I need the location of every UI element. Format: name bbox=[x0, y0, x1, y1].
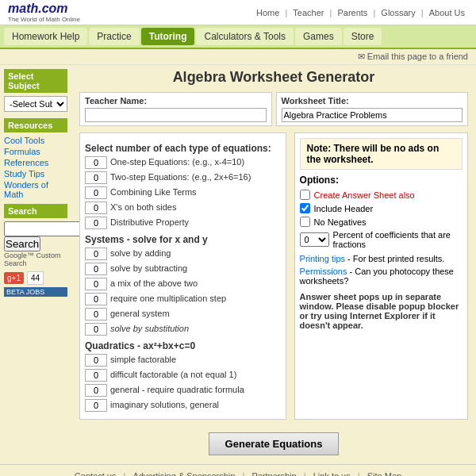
quad-label-1: difficult factorable (a not equal 1) bbox=[110, 369, 236, 380]
eq-row-2: Combining Like Terms bbox=[85, 186, 281, 199]
nav-tutoring[interactable]: Tutoring bbox=[141, 28, 195, 45]
eq-input-4[interactable] bbox=[85, 217, 107, 229]
printing-tips-link[interactable]: Printing tips bbox=[300, 254, 345, 263]
note-title: Note: There will be no ads on the worksh… bbox=[307, 143, 440, 165]
create-answer-checkbox[interactable] bbox=[300, 190, 310, 200]
sys-label-3: require one multiplication step bbox=[110, 293, 226, 304]
top-link-about[interactable]: About Us bbox=[429, 8, 465, 17]
quadratics-title: Quadratics - ax²+bx+c=0 bbox=[85, 340, 281, 351]
no-negatives-label[interactable]: No Negatives bbox=[314, 217, 367, 227]
create-answer-row: Create Answer Sheet also bbox=[300, 190, 463, 200]
worksheet-title-label: Worksheet Title: bbox=[282, 96, 463, 106]
quad-input-2[interactable] bbox=[85, 384, 107, 397]
worksheet-title-input[interactable] bbox=[282, 108, 463, 122]
like-count: 44 bbox=[27, 271, 44, 285]
eq-input-0[interactable] bbox=[85, 156, 107, 169]
include-header-label[interactable]: Include Header bbox=[314, 204, 374, 213]
eq-row-4: Distributive Property bbox=[85, 217, 281, 229]
eq-input-1[interactable] bbox=[85, 171, 107, 184]
eq-label-0: One-step Equations: (e.g., x-4=10) bbox=[110, 156, 244, 167]
nav-homework-help[interactable]: Homework Help bbox=[4, 28, 87, 45]
eq-label-2: Combining Like Terms bbox=[110, 186, 197, 198]
select-equations-title: Select number of each type of equations: bbox=[85, 143, 281, 154]
sys-input-2[interactable] bbox=[85, 278, 107, 290]
quad-row-3: imaginary solutions, general bbox=[85, 399, 281, 412]
no-negatives-checkbox[interactable] bbox=[300, 217, 310, 227]
sys-row-0: solve by adding bbox=[85, 248, 281, 260]
create-answer-label[interactable]: Create Answer Sheet also bbox=[314, 190, 415, 200]
quad-label-2: general - require quadratic formula bbox=[110, 384, 244, 395]
sys-row-4: general system bbox=[85, 308, 281, 321]
eq-input-2[interactable] bbox=[85, 186, 107, 199]
generate-bar: Generate Equations bbox=[79, 428, 468, 460]
generate-button[interactable]: Generate Equations bbox=[209, 432, 340, 455]
top-link-glossary[interactable]: Glossary bbox=[381, 8, 415, 17]
teacher-name-box: Teacher Name: bbox=[79, 92, 272, 126]
two-col: Select number of each type of equations:… bbox=[79, 132, 468, 420]
eq-row-3: X's on both sides bbox=[85, 202, 281, 214]
permissions: Permissions - Can you photocopy these wo… bbox=[300, 267, 463, 286]
select-subject-dropdown[interactable]: -Select Subject- bbox=[4, 96, 67, 112]
nav-games[interactable]: Games bbox=[295, 28, 342, 45]
quad-label-3: imaginary solutions, general bbox=[110, 399, 219, 410]
nav-store[interactable]: Store bbox=[344, 28, 382, 45]
permissions-link[interactable]: Permissions bbox=[300, 267, 347, 276]
sidebar-references[interactable]: References bbox=[4, 158, 67, 167]
sys-label-4: general system bbox=[110, 308, 170, 319]
sidebar-study-tips[interactable]: Study Tips bbox=[4, 169, 67, 178]
note-box: Note: There will be no ads on the worksh… bbox=[300, 138, 463, 170]
sys-row-5: solve by substitution bbox=[85, 323, 281, 336]
top-link-teacher[interactable]: Teacher bbox=[293, 8, 324, 17]
answer-note: Answer sheet pops up in separate window.… bbox=[300, 292, 463, 330]
eq-label-4: Distributive Property bbox=[110, 217, 189, 228]
nav-bar: Homework Help Practice Tutoring Calculat… bbox=[0, 25, 476, 49]
sys-label-5: solve by substitution bbox=[110, 323, 189, 334]
sys-input-5[interactable] bbox=[85, 323, 107, 336]
select-subject-title: Select Subject bbox=[4, 69, 67, 93]
printing-tips-note: - For best printed results. bbox=[347, 254, 444, 263]
quad-input-3[interactable] bbox=[85, 399, 107, 412]
eq-input-3[interactable] bbox=[85, 202, 107, 214]
printing-tips: Printing tips - For best printed results… bbox=[300, 254, 463, 263]
email-page-link[interactable]: ✉ Email this page to a friend bbox=[358, 52, 468, 61]
options-title: Options: bbox=[300, 175, 463, 186]
social-bar: g+1 44 bbox=[4, 271, 67, 285]
quad-row-2: general - require quadratic formula bbox=[85, 384, 281, 397]
footer-advertising[interactable]: Advertising & Sponsorship bbox=[132, 471, 235, 476]
top-link-home[interactable]: Home bbox=[256, 8, 279, 17]
quad-row-1: difficult factorable (a not equal 1) bbox=[85, 369, 281, 382]
nav-practice[interactable]: Practice bbox=[89, 28, 139, 45]
sys-row-2: a mix of the above two bbox=[85, 278, 281, 290]
quad-input-0[interactable] bbox=[85, 354, 107, 367]
footer-contact[interactable]: Contact us bbox=[75, 471, 117, 476]
teacher-name-input[interactable] bbox=[85, 108, 267, 122]
gplus-button[interactable]: g+1 bbox=[4, 272, 24, 284]
footer-sitemap[interactable]: Site Map bbox=[367, 471, 401, 476]
sidebar-formulas[interactable]: Formulas bbox=[4, 147, 67, 156]
footer: Contact us | Advertising & Sponsorship |… bbox=[0, 464, 476, 476]
sidebar-wonders[interactable]: Wonders of Math bbox=[4, 180, 67, 199]
quad-row-0: simple factorable bbox=[85, 354, 281, 367]
nav-calculators[interactable]: Calculators & Tools bbox=[196, 28, 294, 45]
search-title: Search bbox=[4, 204, 67, 218]
sys-input-0[interactable] bbox=[85, 248, 107, 260]
sidebar-cool-tools[interactable]: Cool Tools bbox=[4, 136, 67, 145]
beta-jobs[interactable]: BETA JOBS bbox=[4, 287, 67, 297]
sys-label-0: solve by adding bbox=[110, 248, 171, 259]
left-col: Select number of each type of equations:… bbox=[79, 132, 286, 420]
top-link-parents[interactable]: Parents bbox=[337, 8, 367, 17]
percent-label: Percent of coefficients that are fractio… bbox=[333, 230, 463, 249]
sys-input-1[interactable] bbox=[85, 263, 107, 275]
percent-row: 0 10 20 50 Percent of coefficients that … bbox=[300, 230, 463, 249]
percent-select[interactable]: 0 10 20 50 bbox=[300, 232, 329, 247]
quad-label-0: simple factorable bbox=[110, 354, 176, 365]
footer-partnership[interactable]: Partnership bbox=[251, 471, 296, 476]
include-header-checkbox[interactable] bbox=[300, 203, 310, 213]
footer-link-to-us[interactable]: Link to us bbox=[313, 471, 351, 476]
right-col: Note: There will be no ads on the worksh… bbox=[294, 132, 468, 420]
sys-input-3[interactable] bbox=[85, 293, 107, 305]
quad-input-1[interactable] bbox=[85, 369, 107, 382]
sys-input-4[interactable] bbox=[85, 308, 107, 321]
search-button[interactable]: Search bbox=[4, 236, 40, 251]
sidebar: Select Subject -Select Subject- Resource… bbox=[0, 65, 71, 464]
